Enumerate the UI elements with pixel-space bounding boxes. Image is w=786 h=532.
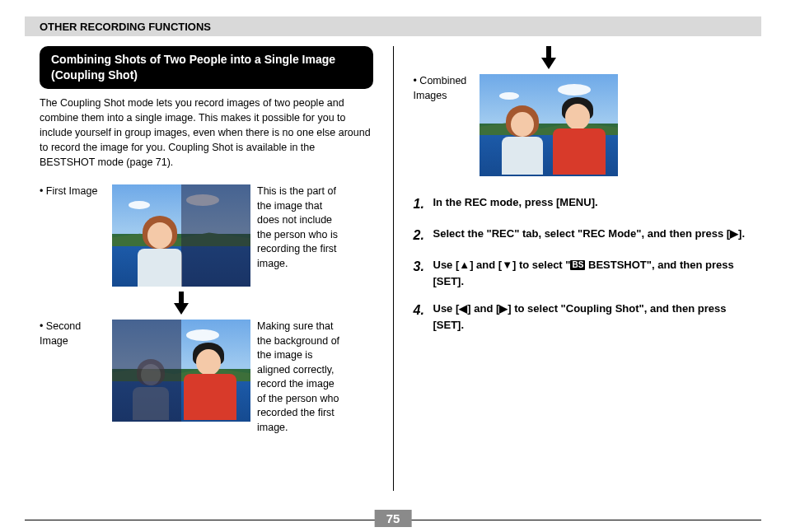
column-divider bbox=[393, 46, 394, 491]
figure-combined-row: • Combined Images bbox=[414, 74, 747, 176]
intro-paragraph: The Coupling Shot mode lets you record i… bbox=[40, 96, 373, 170]
step-3: 3. Use [▲] and [▼] to select "BS BESTSHO… bbox=[414, 257, 747, 289]
arrow-first-to-second bbox=[112, 292, 250, 315]
page-footer: 75 bbox=[25, 520, 761, 520]
step-1: 1. In the REC mode, press [MENU]. bbox=[414, 194, 747, 214]
step-text: Use [▲] and [▼] to select "BS BESTSHOT",… bbox=[433, 257, 747, 289]
section-title: Combining Shots of Two People into a Sin… bbox=[40, 46, 373, 89]
page-header: OTHER RECORDING FUNCTIONS bbox=[25, 16, 761, 36]
step-number: 4. bbox=[414, 301, 427, 333]
step-number: 2. bbox=[414, 226, 427, 245]
step-text: Select the "REC" tab, select "REC Mode",… bbox=[433, 226, 747, 245]
figure-first-image bbox=[112, 184, 250, 287]
figure-second-caption: Making sure that the background of the i… bbox=[257, 320, 344, 435]
down-arrow-icon bbox=[174, 292, 189, 315]
step-number: 1. bbox=[414, 194, 427, 214]
down-arrow-icon bbox=[541, 46, 556, 69]
figure-second-label: • Second Image bbox=[40, 320, 105, 348]
figure-first-caption: This is the part of the image that does … bbox=[257, 184, 344, 271]
figure-first-row: • First Image This is the part of th bbox=[40, 184, 373, 287]
step-text: Use [◀] and [▶] to select "Coupling Shot… bbox=[433, 301, 747, 333]
figure-combined-label: • Combined Images bbox=[414, 74, 471, 103]
step-text: In the REC mode, press [MENU]. bbox=[433, 194, 747, 214]
page-number: 75 bbox=[375, 510, 412, 527]
figure-first-label: • First Image bbox=[40, 184, 105, 199]
step-number: 3. bbox=[414, 257, 427, 289]
figure-combined-image bbox=[480, 74, 618, 176]
step-2: 2. Select the "REC" tab, select "REC Mod… bbox=[414, 226, 747, 245]
arrow-second-to-combined bbox=[480, 46, 618, 69]
instruction-steps: 1. In the REC mode, press [MENU]. 2. Sel… bbox=[414, 194, 747, 333]
figure-second-row: • Second Image bbox=[40, 320, 373, 435]
figure-second-image bbox=[112, 320, 250, 422]
bestshot-icon: BS bbox=[570, 260, 585, 270]
step-4: 4. Use [◀] and [▶] to select "Coupling S… bbox=[414, 301, 747, 333]
